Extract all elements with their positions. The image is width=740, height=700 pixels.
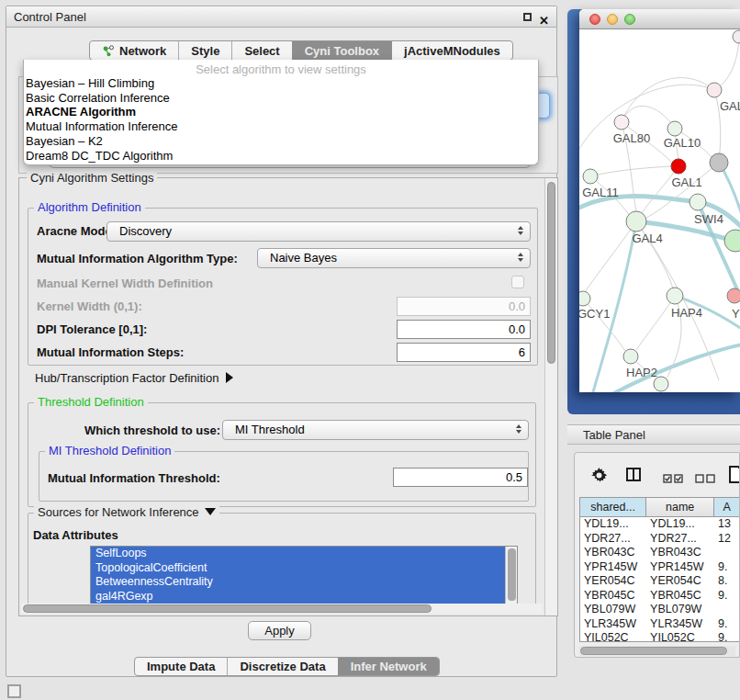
table-cell: 9. bbox=[714, 560, 740, 575]
network-node[interactable] bbox=[579, 291, 590, 306]
scrollbar-thumb[interactable] bbox=[23, 604, 432, 613]
network-window[interactable]: GAL7GAL80GAL10GAL1GAL11SWI4GAL4GCY1HAP4Y… bbox=[579, 9, 740, 392]
node-label: HAP2 bbox=[626, 366, 657, 379]
scrollbar-thumb[interactable] bbox=[547, 182, 555, 364]
zoom-traffic-light-icon[interactable] bbox=[624, 14, 635, 25]
table-cell: YIL052C bbox=[580, 631, 646, 642]
tab-infer-network[interactable]: Infer Network bbox=[338, 658, 439, 675]
column-header[interactable]: shared... bbox=[580, 498, 646, 516]
combo-arrows-icon bbox=[518, 253, 523, 262]
minimize-traffic-light-icon[interactable] bbox=[607, 14, 618, 25]
dropdown-item[interactable]: Bayesian – K2 bbox=[24, 134, 538, 149]
table-header-row: shared...nameA bbox=[580, 498, 740, 517]
kernel-width-field[interactable]: 0.0 bbox=[397, 297, 531, 316]
node-label: GAL4 bbox=[632, 231, 662, 245]
sources-group-title[interactable]: Sources for Network Inference bbox=[34, 505, 219, 519]
data-attribute-item[interactable]: gal4RGexp bbox=[91, 590, 517, 604]
table-row[interactable]: YER054CYER054C8. bbox=[580, 574, 740, 589]
float-window-icon[interactable] bbox=[523, 13, 532, 21]
close-icon[interactable]: ✕ bbox=[539, 10, 549, 31]
network-node[interactable] bbox=[707, 83, 722, 97]
network-node[interactable] bbox=[727, 288, 740, 303]
mi-threshold-label: Mutual Information Threshold: bbox=[48, 471, 220, 485]
table-cell: 9. bbox=[714, 589, 740, 604]
gear-icon[interactable] bbox=[591, 468, 607, 487]
settings-group-title: Cyni Algorithm Settings bbox=[27, 171, 157, 185]
hub-definition-toggle[interactable]: Hub/Transcription Factor Definition bbox=[35, 371, 233, 385]
attr-list-scrollbar[interactable] bbox=[505, 547, 517, 604]
mi-threshold-field[interactable]: 0.5 bbox=[393, 468, 528, 487]
network-node[interactable] bbox=[724, 230, 740, 252]
mi-type-combo[interactable]: Naive Bayes bbox=[257, 248, 531, 268]
table-cell: YDR27... bbox=[646, 532, 714, 547]
network-canvas[interactable]: GAL7GAL80GAL10GAL1GAL11SWI4GAL4GCY1HAP4Y… bbox=[579, 29, 740, 392]
data-attribute-item[interactable]: TopologicalCoefficient bbox=[91, 561, 517, 576]
network-node[interactable] bbox=[667, 288, 683, 304]
dpi-tolerance-field[interactable]: 0.0 bbox=[397, 320, 531, 339]
network-node[interactable] bbox=[583, 169, 598, 184]
table-row[interactable]: YBR043CYBR043C bbox=[580, 546, 740, 560]
table-row[interactable]: YIL052CYIL052C9. bbox=[580, 631, 740, 642]
settings-horizontal-scrollbar[interactable] bbox=[21, 604, 543, 614]
network-node[interactable] bbox=[614, 115, 629, 130]
tab-impute-data[interactable]: Impute Data bbox=[135, 658, 227, 675]
network-node[interactable] bbox=[690, 194, 706, 210]
table-cell: YBR043C bbox=[580, 546, 646, 560]
settings-vertical-scrollbar[interactable] bbox=[544, 178, 557, 615]
table-cell: YPR145W bbox=[646, 560, 714, 575]
dropdown-items: Bayesian – Hill ClimbingBasic Correlatio… bbox=[24, 76, 538, 163]
dropdown-item[interactable]: Dream8 DC_TDC Algorithm bbox=[24, 149, 538, 164]
table-row[interactable]: YPR145WYPR145W9. bbox=[580, 560, 740, 575]
table-cell: YBR045C bbox=[580, 589, 646, 604]
table-cell: YBL079W bbox=[646, 603, 714, 617]
network-icon bbox=[102, 45, 115, 57]
tab-discretize-data[interactable]: Discretize Data bbox=[227, 658, 337, 675]
network-node[interactable] bbox=[626, 211, 646, 231]
node-label: GAL11 bbox=[582, 186, 619, 199]
node-table[interactable]: shared...nameA YDL19...YDL19...13YDR27..… bbox=[579, 497, 740, 642]
apply-button[interactable]: Apply bbox=[248, 621, 311, 640]
split-columns-icon[interactable] bbox=[626, 468, 641, 485]
tab-select[interactable]: Select bbox=[231, 41, 291, 60]
hide-columns-icon[interactable] bbox=[695, 470, 715, 487]
dropdown-item[interactable]: Basic Correlation Inference bbox=[24, 91, 538, 106]
manual-kernel-checkbox[interactable] bbox=[511, 276, 524, 288]
mi-steps-field[interactable]: 6 bbox=[397, 343, 531, 362]
scrollbar-thumb[interactable] bbox=[580, 647, 727, 655]
data-attributes-list[interactable]: SelfLoopsTopologicalCoefficientBetweenne… bbox=[90, 546, 518, 604]
column-header[interactable]: A bbox=[714, 498, 740, 516]
network-node[interactable] bbox=[710, 153, 728, 172]
dropdown-item[interactable]: ARACNE Algorithm bbox=[24, 105, 538, 119]
table-cell: YPR145W bbox=[580, 560, 646, 575]
table-row[interactable]: YDR27...YDR27...12 bbox=[580, 532, 740, 547]
column-header[interactable]: name bbox=[646, 498, 714, 516]
tab-jactivemnodules[interactable]: jActiveMNodules bbox=[391, 41, 512, 60]
table-row[interactable]: YDL19...YDL19...13 bbox=[580, 517, 740, 532]
tab-cyni-toolbox[interactable]: Cyni Toolbox bbox=[292, 41, 391, 60]
data-attribute-item[interactable]: SelfLoops bbox=[91, 547, 517, 561]
show-columns-icon[interactable] bbox=[663, 470, 683, 487]
aracne-mode-combo[interactable]: Discovery bbox=[107, 221, 531, 242]
docked-panel-icon[interactable] bbox=[7, 684, 21, 698]
network-node[interactable] bbox=[733, 30, 740, 43]
network-window-titlebar[interactable] bbox=[579, 9, 740, 29]
expanded-arrow-icon bbox=[205, 508, 216, 515]
dropdown-item[interactable]: Bayesian – Hill Climbing bbox=[24, 76, 538, 91]
table-row[interactable]: YLR345WYLR345W9. bbox=[580, 617, 740, 632]
tab-style[interactable]: Style bbox=[178, 41, 231, 60]
network-node[interactable] bbox=[667, 121, 682, 136]
new-file-icon[interactable] bbox=[729, 466, 740, 487]
table-row[interactable]: YBL079WYBL079W bbox=[580, 603, 740, 617]
network-node[interactable] bbox=[671, 159, 686, 174]
dropdown-item[interactable]: Mutual Information Inference bbox=[24, 119, 538, 134]
table-horizontal-scrollbar[interactable] bbox=[579, 646, 735, 656]
data-attribute-item[interactable]: BetweennessCentrality bbox=[91, 575, 517, 590]
close-traffic-light-icon[interactable] bbox=[589, 14, 600, 25]
tab-network[interactable]: Network bbox=[90, 41, 178, 60]
table-body: YDL19...YDL19...13YDR27...YDR27...12YBR0… bbox=[580, 517, 740, 642]
table-cell: YIL052C bbox=[646, 631, 714, 642]
algorithm-dropdown: Select algorithm to view settings Bayesi… bbox=[23, 60, 539, 165]
table-row[interactable]: YBR045CYBR045C9. bbox=[580, 589, 740, 604]
network-node[interactable] bbox=[623, 349, 638, 364]
which-threshold-combo[interactable]: MI Threshold bbox=[222, 420, 529, 440]
